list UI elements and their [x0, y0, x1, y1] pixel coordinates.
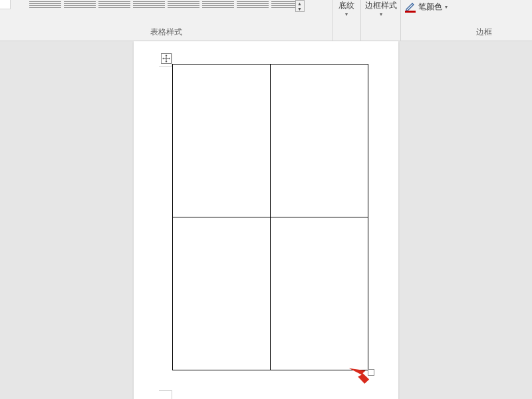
table-style-gallery[interactable]: ▲ ▼: [25, 0, 307, 12]
table-cell[interactable]: [173, 217, 271, 370]
table-style-thumb[interactable]: [237, 1, 269, 9]
annotation-arrow-icon: [348, 364, 371, 387]
table-move-handle[interactable]: [161, 53, 172, 64]
chevron-down-icon: ▾: [345, 11, 348, 17]
shading-button[interactable]: 底纹 ▾: [332, 0, 360, 17]
table-cell[interactable]: [271, 217, 368, 370]
ribbon: ▲ ▼ 表格样式 底纹 ▾ 边框样式 ▾ 笔颜色 ▾ 边框: [0, 0, 532, 41]
move-icon: [162, 55, 170, 63]
content-table[interactable]: [172, 64, 368, 370]
document-area: [0, 41, 532, 399]
table-style-thumb[interactable]: [29, 1, 61, 9]
pen-color-button[interactable]: 笔颜色 ▾: [405, 1, 528, 13]
chevron-down-icon: ▾: [445, 4, 448, 10]
pen-icon: [405, 2, 416, 13]
borders-group-label: 边框: [476, 27, 492, 38]
gallery-more-button[interactable]: ▲ ▼: [295, 0, 305, 12]
border-style-button[interactable]: 边框样式 ▾: [361, 0, 400, 17]
table-cell[interactable]: [173, 65, 271, 217]
table-style-thumb[interactable]: [98, 1, 130, 9]
table-styles-group: ▲ ▼ 表格样式: [0, 0, 332, 41]
chevron-down-icon: ▼: [297, 7, 302, 11]
chevron-down-icon: ▾: [380, 11, 382, 17]
chevron-up-icon: ▲: [297, 1, 302, 6]
table-row: [173, 65, 368, 217]
table-cell[interactable]: [271, 65, 368, 217]
table-style-thumb[interactable]: [64, 1, 96, 9]
shading-group: 底纹 ▾: [332, 0, 361, 41]
border-style-group: 边框样式 ▾: [361, 0, 401, 41]
table-styles-label: 表格样式: [0, 27, 332, 38]
border-style-label: 边框样式: [365, 0, 397, 11]
table-style-thumb[interactable]: [168, 1, 200, 9]
borders-group: 笔颜色 ▾ 边框: [401, 0, 532, 41]
pen-color-label: 笔颜色: [418, 1, 442, 13]
table-style-thumb[interactable]: [133, 1, 165, 9]
page[interactable]: [134, 41, 398, 399]
margin-corner-mark: [159, 390, 172, 399]
table-row: [173, 217, 368, 370]
shading-label: 底纹: [338, 0, 354, 11]
table-style-thumb[interactable]: [202, 1, 234, 9]
